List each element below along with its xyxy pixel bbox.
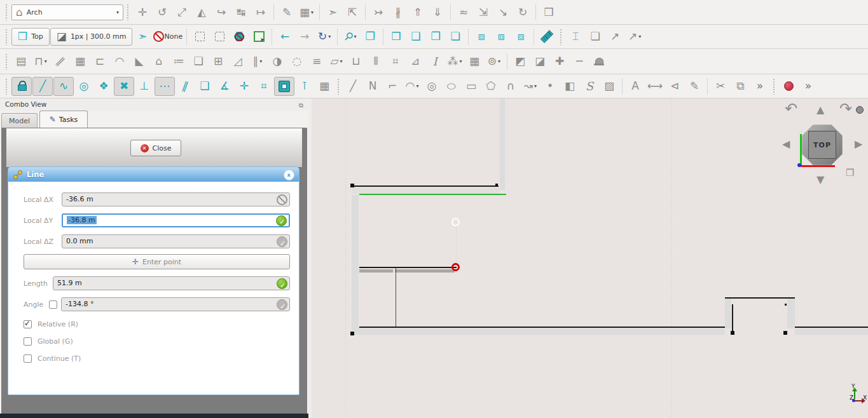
snap-intersection[interactable]: ✖ (114, 77, 134, 96)
annotation-style-editor[interactable]: ✎ (685, 78, 704, 95)
toolbar-grip[interactable] (5, 78, 8, 95)
arch-equipment[interactable]: ⊔ (347, 53, 366, 71)
draw-polyline[interactable]: N (363, 78, 382, 95)
snap-dimensions[interactable]: ⊺ (295, 78, 314, 95)
draft-array-tools[interactable]: ▦▾ (297, 3, 316, 21)
snap-lock[interactable] (11, 77, 32, 96)
float-panel-icon[interactable]: ⧉ (299, 99, 303, 111)
local-dx-input[interactable]: -36.6 m (62, 192, 290, 206)
arch-truss[interactable]: ⊿ (406, 53, 425, 71)
tab-tasks[interactable]: ✎ Tasks (39, 111, 88, 128)
length-input[interactable]: 51.9 m (53, 276, 290, 290)
line-style-button[interactable]: ◪1px | 300.0 mm (50, 28, 133, 46)
view-top[interactable]: ❐ (426, 28, 445, 46)
snap-working-plane[interactable]: ❑ (195, 78, 214, 95)
zoom-tool[interactable]: ⚲▾ (341, 28, 360, 46)
view-axonometric[interactable]: ❒ (387, 28, 406, 46)
snap-angle[interactable]: ∡ (215, 78, 234, 95)
arch-roof[interactable]: ◿ (228, 53, 247, 71)
draft-split[interactable]: ∦ (389, 3, 408, 21)
toolbar-grip[interactable] (560, 29, 563, 45)
arch-section-plane[interactable]: ◑ (268, 53, 287, 71)
arch-project[interactable]: ◠ (110, 53, 129, 71)
toolbar-grip[interactable] (773, 78, 776, 95)
arch-level[interactable]: ≔ (169, 53, 188, 71)
tab-model[interactable]: Model (1, 113, 38, 128)
draw-facebinder[interactable]: ◧ (560, 78, 579, 95)
draw-arc[interactable]: ◠▾ (403, 78, 422, 95)
grid-toggle[interactable] (274, 77, 294, 96)
annotation-text[interactable]: A (626, 78, 645, 95)
arch-structure[interactable]: ⊓▾ (31, 53, 50, 71)
toolbar-grip[interactable] (5, 4, 8, 20)
nav-arrow-up[interactable]: ▲ (816, 105, 824, 115)
arch-profile[interactable]: I (425, 53, 444, 71)
export-options[interactable]: ↗▾ (625, 28, 644, 46)
draw-ellipse[interactable]: ○ (442, 78, 461, 95)
snap-grid[interactable]: ⌗ (254, 78, 273, 95)
snap-extension[interactable]: ✛ (235, 78, 254, 95)
3d-viewport[interactable]: ▲ ▼ ◀ ▶ ↶ ↷ ❒ TOP Y Z X (312, 98, 868, 418)
arch-material[interactable]: ⁂▾ (445, 53, 464, 71)
toolbar-grip[interactable] (5, 53, 8, 70)
arch-schedule[interactable]: ▦ (465, 53, 484, 71)
arch-axis[interactable]: ∥▾ (248, 53, 267, 71)
draft-rotate[interactable]: ↺ (153, 3, 172, 21)
view-front[interactable]: ❑ (406, 28, 425, 46)
angle-checkbox[interactable] (49, 300, 57, 309)
view-rear[interactable]: ⧈ (472, 28, 491, 46)
draw-bezier[interactable]: ↝▾ (521, 78, 540, 95)
draft-line[interactable]: ╱ (32, 77, 53, 96)
measure-tool[interactable] (537, 28, 556, 46)
toolbar-expand-2[interactable]: » (799, 78, 818, 95)
arch-building[interactable]: ⌂ (149, 53, 169, 71)
draft-polyline[interactable]: ∿ (53, 77, 74, 96)
workbench-selector[interactable]: ⌂Arch▾ (11, 4, 123, 20)
macro-record[interactable] (779, 78, 798, 95)
nav-rotate-ccw[interactable]: ↶ (785, 101, 797, 116)
draw-fillet[interactable]: ⌐ (383, 78, 402, 95)
local-dy-input[interactable]: -36.8 m (62, 213, 290, 227)
draw-point[interactable]: • (541, 78, 560, 95)
draw-circle[interactable]: ◎ (422, 78, 441, 95)
arch-pipe[interactable]: ⊚▾ (485, 53, 504, 71)
draft-add-to-group[interactable]: ⇲ (474, 3, 493, 21)
draft-select-plane[interactable]: ➣ (323, 3, 342, 21)
enter-point-button[interactable]: ✛ Enter point (24, 254, 290, 269)
box-selection[interactable] (210, 28, 229, 46)
nav-forward[interactable]: → (295, 28, 314, 46)
view-fit-all[interactable]: ❐ (361, 28, 380, 46)
local-dz-input[interactable]: 0.0 mm (62, 234, 290, 248)
arch-site[interactable]: ◣ (130, 53, 149, 71)
draft-mirror[interactable]: ◭ (192, 3, 211, 21)
autogroup-button[interactable]: None (153, 28, 183, 46)
nav-rotate-cw[interactable]: ↷ (839, 101, 852, 116)
part-simple-copy[interactable]: ⌶ (566, 28, 585, 46)
toggle-grid-lattice[interactable]: ▦ (315, 78, 334, 95)
arch-window[interactable]: ⊞ (209, 53, 228, 71)
collapse-button[interactable]: « (284, 170, 294, 180)
line-task-header[interactable]: Line « (8, 167, 299, 182)
draft-trimex[interactable]: ↹ (231, 3, 251, 21)
toolbar-grip[interactable] (5, 29, 8, 45)
arch-remove-component[interactable]: ─ (570, 53, 589, 71)
draft-move[interactable]: ✛ (133, 3, 152, 21)
snap-special[interactable]: ❖ (94, 78, 113, 95)
draft-downgrade[interactable]: ⇓ (428, 3, 447, 21)
export-file[interactable]: ↗ (605, 28, 624, 46)
close-button[interactable]: ✕ Close (130, 140, 181, 156)
open-folder[interactable]: ❏ (586, 28, 605, 46)
arch-reference[interactable]: ⊏ (90, 53, 109, 71)
arch-space[interactable]: ◌ (287, 53, 307, 71)
view-bottom[interactable]: ⧈ (492, 28, 511, 46)
checkbox-continue[interactable] (24, 354, 32, 363)
toolbar-expand[interactable]: » (750, 78, 769, 95)
draw-shapestring[interactable]: S (580, 78, 599, 95)
draft-scale[interactable]: ⤢ (172, 3, 191, 21)
toolbar-grip[interactable] (127, 4, 130, 20)
view-right[interactable]: ❏ (446, 28, 465, 46)
arch-frame[interactable]: ⫴ (366, 53, 385, 71)
arch-curtain-wall[interactable]: ▦ (71, 53, 90, 71)
toggle-clipping-plane[interactable] (230, 28, 249, 46)
draw-rectangle[interactable]: ▭ (462, 78, 481, 95)
